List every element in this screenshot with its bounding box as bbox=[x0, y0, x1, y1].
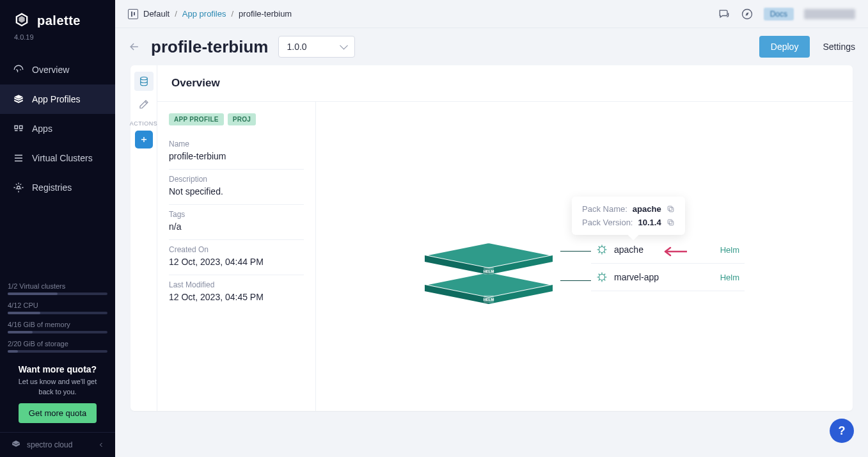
add-action-button[interactable] bbox=[135, 131, 153, 148]
copy-icon[interactable] bbox=[667, 218, 675, 227]
svg-text:HELM: HELM bbox=[484, 298, 494, 301]
field-tags: Tagsn/a bbox=[169, 205, 304, 240]
project-icon bbox=[128, 9, 138, 19]
brand-logo[interactable]: palette bbox=[0, 0, 115, 33]
field-description: DescriptionNot specified. bbox=[169, 170, 304, 205]
plus-icon bbox=[139, 135, 148, 144]
chat-icon[interactable] bbox=[718, 8, 730, 20]
footer-brand: spectro cloud bbox=[27, 440, 72, 449]
helm-icon bbox=[596, 271, 608, 283]
user-menu[interactable] bbox=[804, 9, 855, 19]
nav: Overview App Profiles Apps Virtual Clust… bbox=[0, 49, 115, 202]
pack-tooltip: Pack Name: apache Pack Version: 10.1.4 bbox=[572, 196, 685, 235]
helm-icon bbox=[596, 244, 608, 255]
docs-badge[interactable]: Docs bbox=[764, 8, 794, 20]
database-icon bbox=[138, 76, 150, 87]
deploy-button[interactable]: Deploy bbox=[759, 36, 810, 58]
quota-cta-title: Want more quota? bbox=[10, 364, 105, 374]
svg-rect-16 bbox=[668, 206, 672, 211]
svg-point-2 bbox=[140, 77, 147, 80]
quota-row: 2/20 GiB of storage bbox=[8, 340, 107, 353]
quota-usage: 1/2 Virtual clusters 4/12 CPU 4/16 GiB o… bbox=[0, 282, 115, 359]
rail-item-edit[interactable] bbox=[134, 95, 154, 114]
sidebar-item-apps[interactable]: Apps bbox=[0, 114, 115, 143]
tag: APP PROFILE bbox=[169, 113, 224, 125]
quota-row: 4/16 GiB of memory bbox=[8, 321, 107, 333]
layer-type: Helm bbox=[720, 273, 739, 282]
tooltip-pack-version-label: Pack Version: bbox=[582, 218, 633, 227]
tooltip-pack-version-value: 10.1.4 bbox=[638, 218, 661, 227]
chevron-left-icon[interactable] bbox=[97, 441, 105, 449]
quota-row: 4/12 CPU bbox=[8, 301, 107, 314]
quota-row: 1/2 Virtual clusters bbox=[8, 282, 107, 295]
field-modified: Last Modified12 Oct, 2023, 04:45 PM bbox=[169, 275, 304, 310]
sidebar-item-overview[interactable]: Overview bbox=[0, 55, 115, 84]
layer-list: apache Helm marvel-app Helm bbox=[591, 236, 745, 291]
main: Default / App profiles / profile-terbium… bbox=[115, 0, 868, 457]
tooltip-pack-name-label: Pack Name: bbox=[582, 204, 627, 214]
layer-row-marvel[interactable]: marvel-app Helm bbox=[591, 264, 745, 291]
dashboard-icon bbox=[13, 64, 24, 76]
copy-icon[interactable] bbox=[667, 205, 675, 213]
brand-name: palette bbox=[37, 13, 81, 28]
brand-footer[interactable]: spectro cloud bbox=[0, 432, 115, 457]
connector-line bbox=[560, 280, 591, 281]
annotation-arrow-icon bbox=[661, 246, 687, 257]
card-rail: ACTIONS bbox=[130, 65, 157, 411]
breadcrumb-project[interactable]: Default bbox=[143, 9, 170, 19]
svg-rect-18 bbox=[668, 220, 672, 224]
overview-card: ACTIONS Overview APP PROFILE PROJ Namepr… bbox=[130, 65, 853, 411]
page-header: profile-terbium 1.0.0 Deploy Settings bbox=[115, 28, 868, 65]
quota-cta-sub: Let us know and we'll get back to you. bbox=[10, 377, 105, 397]
rail-item-overview[interactable] bbox=[134, 72, 154, 91]
field-name: Nameprofile-terbium bbox=[169, 134, 304, 170]
tooltip-pack-name-value: apache bbox=[633, 204, 661, 214]
nav-label: Apps bbox=[32, 124, 52, 134]
help-button[interactable]: ? bbox=[830, 419, 854, 443]
nav-label: Virtual Clusters bbox=[32, 153, 93, 163]
layer-name: apache bbox=[614, 245, 643, 255]
actions-label: ACTIONS bbox=[130, 120, 158, 127]
layers-icon bbox=[13, 93, 24, 105]
app-version: 4.0.19 bbox=[0, 33, 115, 49]
nav-label: Registries bbox=[32, 182, 72, 193]
page-title: profile-terbium bbox=[151, 37, 268, 57]
breadcrumb-link[interactable]: App profiles bbox=[182, 9, 226, 19]
settings-link[interactable]: Settings bbox=[823, 42, 855, 52]
get-more-quota-button[interactable]: Get more quota bbox=[19, 403, 97, 423]
version-select[interactable]: 1.0.0 bbox=[278, 36, 355, 58]
svg-text:HELM: HELM bbox=[484, 269, 494, 273]
sidebar-item-virtual-clusters[interactable]: Virtual Clusters bbox=[0, 143, 115, 173]
back-arrow-icon[interactable] bbox=[128, 40, 141, 53]
tag: PROJ bbox=[228, 113, 256, 125]
compass-icon[interactable] bbox=[741, 8, 754, 20]
visualization: HELM HELM apache Helm bbox=[316, 102, 853, 411]
sidebar-item-registries[interactable]: Registries bbox=[0, 173, 115, 202]
breadcrumb-current: profile-terbium bbox=[239, 9, 292, 19]
apps-icon bbox=[13, 123, 24, 134]
quota-cta: Want more quota? Let us know and we'll g… bbox=[0, 359, 115, 432]
overview-heading: Overview bbox=[157, 65, 853, 102]
edit-icon bbox=[138, 99, 150, 110]
field-created: Created On12 Oct, 2023, 04:44 PM bbox=[169, 240, 304, 275]
layer-name: marvel-app bbox=[614, 272, 659, 282]
sidebar-item-app-profiles[interactable]: App Profiles bbox=[0, 84, 115, 114]
connector-line bbox=[560, 251, 591, 252]
info-column: APP PROFILE PROJ Nameprofile-terbium Des… bbox=[157, 102, 316, 411]
svg-rect-15 bbox=[669, 207, 674, 212]
palette-logo-icon bbox=[13, 12, 31, 29]
gear-icon bbox=[13, 182, 24, 193]
topbar: Default / App profiles / profile-terbium… bbox=[115, 0, 868, 28]
spectro-logo-icon bbox=[10, 439, 22, 451]
layer-stack-icon: HELM HELM bbox=[412, 223, 565, 307]
layer-type: Helm bbox=[720, 245, 739, 255]
nav-label: App Profiles bbox=[32, 94, 80, 104]
svg-rect-17 bbox=[669, 221, 674, 225]
nav-label: Overview bbox=[32, 65, 69, 75]
clusters-icon bbox=[13, 152, 24, 164]
svg-point-0 bbox=[17, 186, 20, 189]
sidebar: palette 4.0.19 Overview App Profiles App… bbox=[0, 0, 115, 457]
